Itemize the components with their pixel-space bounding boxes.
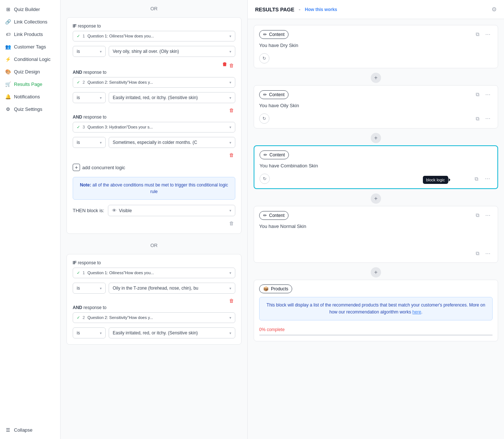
progress-text: 0% complete	[259, 327, 493, 332]
products-icon: 📦	[263, 286, 269, 291]
condition-selects-2: is ▾ Easily irritated, red, or itchy. (S…	[73, 92, 235, 103]
delete-row-3: 🗑	[73, 151, 235, 159]
add-block-4-button[interactable]: +	[371, 267, 381, 277]
content-card-normal-skin: ✏ Content ⧉ ⋯ You have Normal Skin ⧉	[254, 206, 498, 263]
is-select-1[interactable]: is ▾	[73, 46, 106, 57]
settings-gear-button[interactable]: ⚙	[492, 6, 497, 13]
more-oily-button[interactable]: ⋯	[483, 90, 493, 99]
block-logic-tooltip: block logic	[423, 176, 448, 184]
copy-normal-footer-button[interactable]: ⧉	[474, 249, 482, 258]
main-content: OR IF response to ✓ 1 Question 1: Oiline…	[61, 0, 504, 439]
card-footer-combination: ↻ block logic ⧉ ⋯	[254, 174, 497, 188]
more-normal-button[interactable]: ⋯	[483, 211, 493, 220]
more-normal-footer-button[interactable]: ⋯	[483, 249, 493, 258]
content-badge-normal: ✏ Content	[259, 211, 289, 220]
results-content: ✏ Content ⧉ ⋯ You have Dry Skin ↻	[248, 19, 504, 350]
value-select-1[interactable]: Very oily, shiny all over. (Oily skin) ▾	[109, 46, 235, 57]
results-icon: 🛒	[5, 81, 11, 87]
copy-oily-footer-button[interactable]: ⧉	[474, 114, 482, 123]
progress-bar	[259, 334, 493, 336]
sidebar-item-quiz-builder[interactable]: ⊞ Quiz Builder	[0, 3, 60, 15]
content-text-normal-skin: You have Normal Skin	[254, 220, 498, 234]
content-badge-dry-skin: ✏ Content	[259, 30, 289, 39]
content-card-dry-skin-header: ✏ Content ⧉ ⋯	[254, 25, 498, 39]
visible-select[interactable]: 👁 Visible ▾	[108, 205, 235, 216]
delete-condition-3-button[interactable]: 🗑	[228, 151, 235, 159]
design-icon: 🎨	[5, 69, 11, 75]
copy-oily-button[interactable]: ⧉	[474, 90, 482, 99]
copy-combination-button[interactable]: ⧉	[472, 174, 481, 184]
more-dry-button[interactable]: ⋯	[483, 30, 493, 39]
question-b2-select-1[interactable]: ✓ 1 Question 1: Oiliness"How does you...…	[73, 268, 235, 278]
content-card-normal-actions: ⧉ ⋯	[474, 211, 493, 220]
delete-condition-2-button[interactable]: 🗑	[228, 106, 235, 115]
sidebar-collapse[interactable]: ☰ Collapse	[0, 424, 60, 436]
progress-section: 0% complete	[254, 324, 498, 341]
value-select-3[interactable]: Sometimes, especially in colder months. …	[109, 137, 235, 148]
sidebar-item-conditional-logic[interactable]: ⚡ Conditional Logic	[0, 53, 60, 65]
condition-label-3: AND response to	[73, 115, 235, 120]
delete-b2-condition-1-button[interactable]: 🗑	[228, 297, 235, 305]
delete-block-1-row: 🗑	[73, 219, 235, 228]
delete-condition-1-button[interactable]: 🗑	[220, 60, 235, 70]
card-footer-dry: ↻	[254, 53, 498, 68]
condition-b2-selects-1: is ▾ Oily in the T-zone (forehead, nose,…	[73, 283, 235, 294]
sidebar-item-results-page[interactable]: 🛒 Results Page	[0, 78, 60, 90]
condition-label-1: IF response to	[73, 23, 235, 29]
question-select-3[interactable]: ✓ 3 Question 3: Hydration"Does your s...…	[73, 122, 235, 133]
card-footer-oily: ↻ ⧉ ⋯	[254, 113, 498, 128]
edit-icon-combination: ✏	[264, 152, 267, 157]
value-b2-select-2[interactable]: Easily irritated, red, or itchy. (Sensit…	[109, 327, 235, 338]
content-card-combination-header: ✏ Content	[254, 146, 497, 159]
content-badge-combination: ✏ Content	[260, 150, 289, 159]
condition-b2-label-2: AND response to	[73, 305, 235, 310]
more-combination-button[interactable]: ⋯	[483, 174, 492, 183]
value-b2-select-1[interactable]: Oily in the T-zone (forehead, nose, chin…	[109, 283, 235, 294]
products-info-here-link[interactable]: here	[412, 309, 421, 315]
add-block-1-button[interactable]: +	[371, 73, 381, 83]
users-icon: 👥	[5, 44, 11, 50]
copy-normal-button[interactable]: ⧉	[474, 211, 482, 220]
sidebar-item-customer-tags[interactable]: 👥 Customer Tags	[0, 40, 60, 53]
content-card-dry-skin: ✏ Content ⧉ ⋯ You have Dry Skin ↻	[254, 25, 498, 68]
or-divider-1: OR	[61, 0, 247, 17]
add-block-2-button[interactable]: +	[371, 133, 381, 143]
how-this-works-link[interactable]: How this works	[305, 7, 337, 12]
value-select-2[interactable]: Easily irritated, red, or itchy. (Sensit…	[109, 92, 235, 103]
copy-dry-button[interactable]: ⧉	[474, 30, 482, 39]
bell-icon: 🔔	[5, 94, 11, 99]
content-card-oily-skin: ✏ Content ⧉ ⋯ You have Oily Skin ↻ ⧉ ⋯	[254, 85, 498, 128]
delete-block-1-button[interactable]: 🗑	[228, 219, 235, 228]
content-card-dry-actions: ⧉ ⋯	[474, 30, 493, 39]
sidebar-item-link-products[interactable]: 🏷 Link Products	[0, 28, 60, 40]
cycle-icon-combination[interactable]: ↻	[260, 174, 270, 184]
products-badge: 📦 Products	[259, 284, 292, 293]
or-divider-2: OR	[61, 237, 247, 254]
is-b2-select-2[interactable]: is ▾	[73, 327, 106, 338]
grid-icon: ⊞	[5, 6, 11, 12]
is-select-2[interactable]: is ▾	[73, 92, 106, 103]
is-b2-select-1[interactable]: is ▾	[73, 283, 106, 294]
logic-block-1: IF response to ✓ 1 Question 1: Oiliness"…	[66, 17, 242, 234]
question-select-1[interactable]: ✓ 1 Question 1: Oiliness"How does you...…	[73, 31, 235, 41]
cycle-icon-dry[interactable]: ↻	[259, 53, 269, 64]
results-header: RESULTS PAGE - How this works ⚙	[248, 0, 504, 19]
is-select-3[interactable]: is ▾	[73, 137, 106, 148]
sidebar-item-quiz-design[interactable]: 🎨 Quiz Design	[0, 65, 60, 78]
sidebar-item-quiz-settings[interactable]: ⚙ Quiz Settings	[0, 103, 60, 115]
plus-between-3-4: +	[254, 192, 498, 205]
question-select-2[interactable]: ✓ 2 Question 2: Sensitivity"How does y..…	[73, 77, 235, 88]
sidebar-item-notifications[interactable]: 🔔 Notifications	[0, 90, 60, 103]
add-concurrent-button[interactable]: + add concurrent logic	[73, 162, 235, 173]
cycle-icon-oily[interactable]: ↻	[259, 113, 269, 124]
more-oily-footer-button[interactable]: ⋯	[483, 114, 493, 123]
tag-icon: 🏷	[5, 31, 11, 37]
sidebar: ⊞ Quiz Builder 🔗 Link Collections 🏷 Link…	[0, 0, 61, 439]
sidebar-item-link-collections[interactable]: 🔗 Link Collections	[0, 15, 60, 28]
question-b2-select-2[interactable]: ✓ 2 Question 2: Sensitivity"How does y..…	[73, 312, 235, 323]
delete-b2-row-1: 🗑	[73, 297, 235, 305]
delete-row-2: 🗑	[73, 106, 235, 115]
products-card: 📦 Products This block will display a lis…	[254, 280, 498, 341]
edit-icon-normal: ✏	[263, 213, 267, 218]
add-block-3-button[interactable]: +	[371, 193, 381, 204]
